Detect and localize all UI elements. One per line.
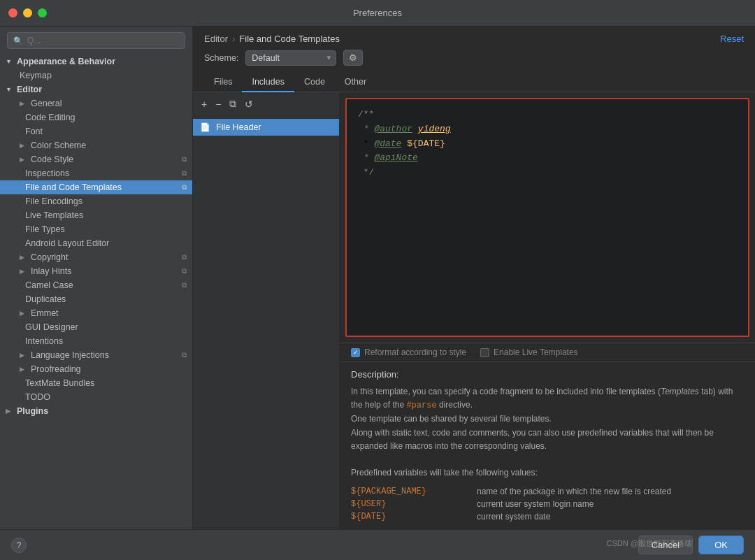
minimize-button[interactable]	[23, 8, 32, 17]
template-items: 📄 File Header	[193, 116, 339, 529]
sidebar-item-live-templates[interactable]: Live Templates	[0, 208, 192, 222]
sidebar-item-language-injections[interactable]: ▶ Language Injections ⧉	[0, 348, 192, 362]
var-desc: current user system login name	[477, 499, 594, 509]
tabs-bar: Files Includes Code Other	[193, 73, 755, 92]
sidebar-item-file-encodings[interactable]: File Encodings	[0, 194, 192, 208]
sidebar-item-inlay-hints[interactable]: ▶ Inlay Hints ⧉	[0, 264, 192, 278]
code-editor[interactable]: /** * @author yideng * @date ${DATE} * @…	[345, 98, 749, 337]
sidebar-item-emmet[interactable]: ▶ Emmet	[0, 306, 192, 320]
code-line: * @date ${DATE}	[358, 137, 737, 152]
split-area: + − ⧉ ↺ 📄 File Header /** * @author yide…	[193, 92, 755, 529]
sidebar-item-editor[interactable]: ▼ Editor	[0, 82, 192, 96]
sidebar-item-gui-designer[interactable]: GUI Designer	[0, 320, 192, 334]
copy-badge-icon: ⧉	[182, 281, 187, 289]
template-item-label: File Header	[216, 122, 261, 132]
arrow-icon: ▶	[20, 142, 28, 149]
tab-code[interactable]: Code	[294, 73, 335, 92]
reset-button[interactable]: Reset	[720, 34, 744, 44]
bottom-buttons: Cancel OK	[638, 536, 744, 554]
close-button[interactable]	[8, 8, 17, 17]
breadcrumb: Editor › File and Code Templates	[204, 34, 340, 44]
editor-area: /** * @author yideng * @date ${DATE} * @…	[340, 92, 755, 529]
breadcrumb-separator: ›	[232, 34, 235, 44]
tab-files[interactable]: Files	[204, 73, 242, 92]
arrow-icon: ▶	[20, 366, 28, 373]
sidebar-item-intentions[interactable]: Intentions	[0, 334, 192, 348]
list-toolbar: + − ⧉ ↺	[193, 92, 339, 116]
arrow-icon: ▶	[20, 156, 28, 163]
sidebar-item-code-editing[interactable]: Code Editing	[0, 110, 192, 124]
sidebar-item-color-scheme[interactable]: ▶ Color Scheme	[0, 138, 192, 152]
window-controls[interactable]	[8, 8, 47, 17]
sidebar-item-android-layout[interactable]: Android Layout Editor	[0, 236, 192, 250]
scheme-label: Scheme:	[204, 53, 238, 63]
code-line: /**	[358, 108, 737, 122]
reset-template-button[interactable]: ↺	[242, 97, 256, 111]
code-line: */	[358, 166, 737, 180]
sidebar-item-keymap[interactable]: Keymap	[0, 69, 192, 82]
sidebar-tree: ▼ Appearance & Behavior Keymap ▼ Editor …	[0, 55, 192, 529]
sidebar-item-duplicates[interactable]: Duplicates	[0, 292, 192, 306]
var-row: ${USER} current user system login name	[351, 498, 744, 510]
arrow-icon: ▶	[6, 408, 14, 415]
code-line: * @apiNote	[358, 151, 737, 166]
live-templates-checkbox[interactable]	[480, 348, 489, 357]
var-name: ${USER}	[351, 499, 463, 509]
tab-includes[interactable]: Includes	[242, 73, 294, 92]
var-name: ${PACKAGE_NAME}	[351, 487, 463, 496]
sidebar-item-todo[interactable]: TODO	[0, 390, 192, 404]
scheme-row: Scheme: Default Project ▼ ⚙	[193, 50, 755, 73]
sidebar-item-general[interactable]: ▶ General	[0, 96, 192, 110]
tab-other[interactable]: Other	[335, 73, 376, 92]
arrow-icon: ▼	[6, 58, 14, 65]
reformat-checkbox[interactable]: ✓	[351, 348, 360, 357]
main-layout: 🔍 ▼ Appearance & Behavior Keymap ▼ Edito…	[0, 27, 755, 529]
reformat-option[interactable]: ✓ Reformat according to style	[351, 347, 466, 357]
sidebar-item-code-style[interactable]: ▶ Code Style ⧉	[0, 152, 192, 166]
sidebar: 🔍 ▼ Appearance & Behavior Keymap ▼ Edito…	[0, 27, 193, 529]
var-row: ${DATE} current system date	[351, 510, 744, 523]
search-box[interactable]: 🔍	[7, 32, 185, 49]
title-bar: Preferences	[0, 0, 755, 27]
live-templates-label: Enable Live Templates	[494, 347, 578, 357]
gear-button[interactable]: ⚙	[343, 50, 363, 66]
description-body: In this template, you can specify a code…	[351, 385, 744, 480]
sidebar-item-copyright[interactable]: ▶ Copyright ⧉	[0, 250, 192, 264]
search-icon: 🔍	[13, 36, 23, 45]
var-desc: name of the package in which the new fil…	[477, 487, 671, 496]
arrow-icon: ▼	[6, 86, 14, 93]
var-desc: current system date	[477, 512, 550, 522]
copy-badge-icon: ⧉	[182, 351, 187, 359]
live-templates-option[interactable]: Enable Live Templates	[480, 347, 578, 357]
breadcrumb-bar: Editor › File and Code Templates Reset	[193, 27, 755, 50]
copy-badge-icon: ⧉	[182, 183, 187, 192]
sidebar-item-proofreading[interactable]: ▶ Proofreading	[0, 362, 192, 376]
arrow-icon: ▶	[20, 100, 28, 107]
ok-button[interactable]: OK	[698, 536, 744, 554]
sidebar-item-camel-case[interactable]: Camel Case ⧉	[0, 278, 192, 292]
copy-template-button[interactable]: ⧉	[226, 96, 239, 111]
cancel-button[interactable]: Cancel	[638, 536, 693, 554]
sidebar-item-inspections[interactable]: Inspections ⧉	[0, 166, 192, 180]
sidebar-item-plugins[interactable]: ▶ Plugins	[0, 404, 192, 418]
sidebar-item-file-types[interactable]: File Types	[0, 222, 192, 236]
remove-template-button[interactable]: −	[213, 97, 224, 111]
sidebar-item-font[interactable]: Font	[0, 124, 192, 138]
content-panel: Editor › File and Code Templates Reset S…	[193, 27, 755, 529]
sidebar-item-appearance[interactable]: ▼ Appearance & Behavior	[0, 55, 192, 69]
var-row: ${PACKAGE_NAME} name of the package in w…	[351, 485, 744, 498]
template-item-file-header[interactable]: 📄 File Header	[193, 119, 339, 136]
breadcrumb-current: File and Code Templates	[239, 34, 340, 44]
arrow-icon: ▶	[20, 268, 28, 275]
reformat-label: Reformat according to style	[364, 347, 466, 357]
add-template-button[interactable]: +	[199, 97, 210, 111]
scheme-select-wrapper[interactable]: Default Project ▼	[245, 50, 336, 66]
help-button[interactable]: ?	[11, 538, 27, 553]
scheme-select[interactable]: Default Project	[245, 50, 336, 66]
maximize-button[interactable]	[38, 8, 47, 17]
search-input[interactable]	[27, 36, 179, 45]
sidebar-item-textmate-bundles[interactable]: TextMate Bundles	[0, 376, 192, 390]
description-area: Description: In this template, you can s…	[340, 361, 755, 529]
code-line: * @author yideng	[358, 122, 737, 137]
sidebar-item-file-code-templates[interactable]: File and Code Templates ⧉	[0, 180, 192, 194]
